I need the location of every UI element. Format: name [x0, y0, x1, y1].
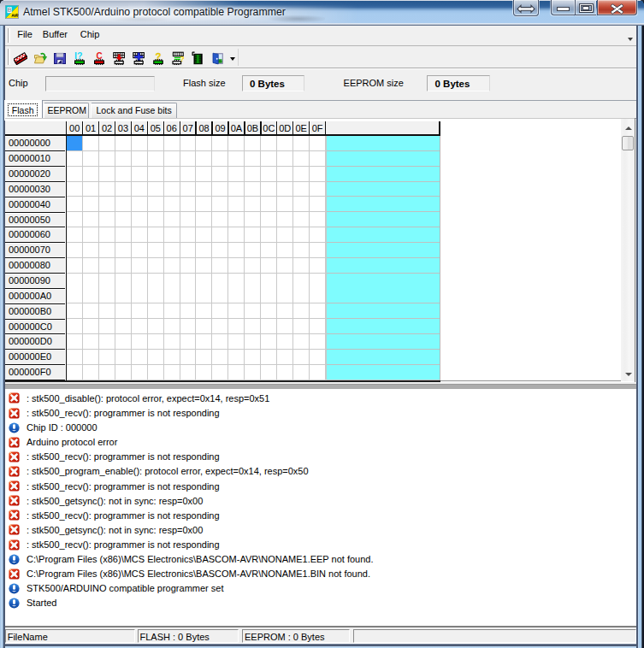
svg-text:C: C	[96, 51, 102, 61]
